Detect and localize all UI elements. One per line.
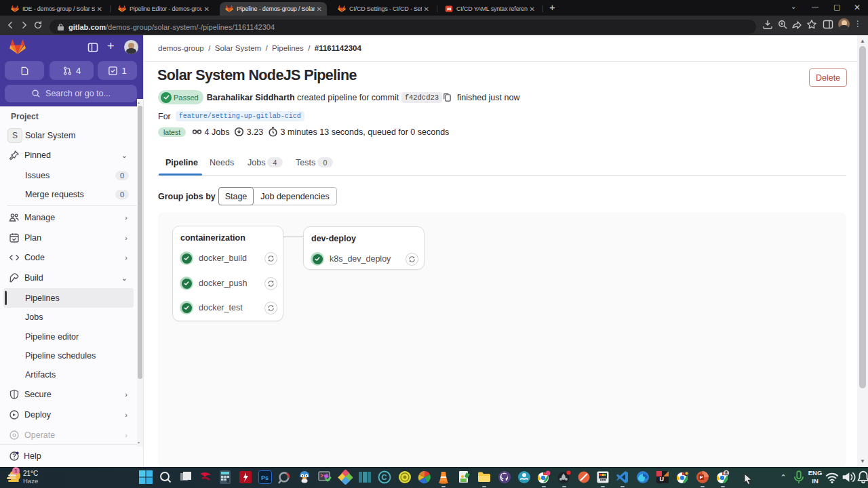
svg-text:P: P (700, 475, 703, 480)
svg-text:Ps: Ps (261, 474, 269, 481)
svg-text:C: C (382, 473, 387, 481)
svg-text:U: U (660, 476, 665, 483)
